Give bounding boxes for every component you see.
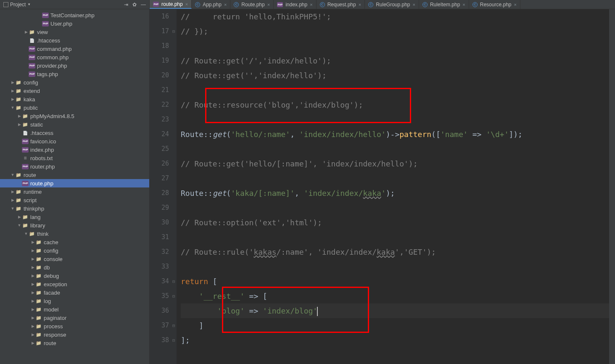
tree-item-cache[interactable]: cache bbox=[0, 238, 149, 246]
code-line[interactable]: // Route::rule('kakas/:name', 'index/ind… bbox=[181, 245, 609, 259]
code-line[interactable]: Route::get('kaka/[:name]', 'index/index/… bbox=[181, 186, 609, 200]
code-line[interactable] bbox=[181, 200, 609, 215]
tree-item-config[interactable]: config bbox=[0, 78, 149, 87]
tree-item-debug[interactable]: debug bbox=[0, 272, 149, 280]
tree-item-library[interactable]: library bbox=[0, 221, 149, 229]
code-line[interactable]: return [ bbox=[181, 274, 609, 289]
tree-item-user-php[interactable]: User.php bbox=[0, 19, 149, 28]
gear-icon[interactable]: ✿ bbox=[132, 2, 137, 8]
code-content[interactable]: // return 'hello,ThinkPHP5!';// });// Ro… bbox=[177, 9, 609, 364]
tree-arrow-icon[interactable] bbox=[30, 257, 35, 261]
tab-route-php[interactable]: Route.php× bbox=[230, 0, 274, 9]
tree-arrow-icon[interactable] bbox=[17, 215, 22, 219]
tab-ruleitem-php[interactable]: RuleItem.php× bbox=[419, 0, 469, 9]
tree-arrow-icon[interactable] bbox=[24, 232, 29, 236]
code-line[interactable] bbox=[181, 39, 609, 53]
code-line[interactable]: '__rest__' => [ bbox=[181, 289, 609, 303]
project-tree[interactable]: TestContainer.phpUser.phpview.htaccessco… bbox=[0, 9, 149, 364]
tree-item-common-php[interactable]: common.php bbox=[0, 53, 149, 61]
tree-item-script[interactable]: script bbox=[0, 196, 149, 204]
code-line[interactable]: // Route::get('','index/hello'); bbox=[181, 68, 609, 83]
tree-arrow-icon[interactable] bbox=[17, 114, 22, 118]
tree-item-console[interactable]: console bbox=[0, 255, 149, 263]
tree-arrow-icon[interactable] bbox=[30, 332, 35, 337]
tree-arrow-icon[interactable] bbox=[30, 240, 35, 244]
tree-item--htaccess[interactable]: .htaccess bbox=[0, 36, 149, 45]
tree-item-route[interactable]: route bbox=[0, 171, 149, 179]
tree-item-db[interactable]: db bbox=[0, 263, 149, 272]
tree-arrow-icon[interactable] bbox=[10, 97, 15, 101]
tree-item-tags-php[interactable]: tags.php bbox=[0, 70, 149, 78]
tree-arrow-icon[interactable] bbox=[30, 290, 35, 295]
tab-request-php[interactable]: Request.php× bbox=[317, 0, 365, 9]
close-icon[interactable]: × bbox=[413, 2, 415, 7]
tree-arrow-icon[interactable] bbox=[10, 173, 15, 177]
tree-arrow-icon[interactable] bbox=[30, 248, 35, 253]
tree-item-provider-php[interactable]: provider.php bbox=[0, 61, 149, 70]
tree-item-runtime[interactable]: runtime bbox=[0, 187, 149, 196]
tree-item-facade[interactable]: facade bbox=[0, 288, 149, 297]
tree-item-response[interactable]: response bbox=[0, 330, 149, 339]
tree-item-extend[interactable]: extend bbox=[0, 87, 149, 95]
code-line[interactable]: Route::get('hello/:name', 'index/index/h… bbox=[181, 127, 609, 142]
tree-item-command-php[interactable]: command.php bbox=[0, 45, 149, 53]
fold-icon[interactable]: ⊟ bbox=[172, 318, 175, 333]
fold-icon[interactable]: ⊟ bbox=[172, 333, 175, 348]
close-icon[interactable]: × bbox=[310, 2, 312, 7]
tree-arrow-icon[interactable] bbox=[30, 341, 35, 345]
tree-item-phpmyadmin4-8-5[interactable]: phpMyAdmin4.8.5 bbox=[0, 112, 149, 120]
close-icon[interactable]: × bbox=[514, 2, 516, 7]
code-line[interactable] bbox=[181, 83, 609, 98]
code-line[interactable]: ]; bbox=[181, 333, 609, 348]
code-line[interactable]: // Route::resource('blog','index/blog'); bbox=[181, 98, 609, 112]
tree-arrow-icon[interactable] bbox=[30, 274, 35, 278]
tab-resource-php[interactable]: Resource.php× bbox=[469, 0, 520, 9]
tab-route-php[interactable]: route.php× bbox=[150, 0, 192, 9]
tree-item-route-php[interactable]: route.php bbox=[0, 179, 149, 187]
close-icon[interactable]: × bbox=[224, 2, 227, 7]
tab-index-php[interactable]: index.php× bbox=[274, 0, 316, 9]
tree-item-favicon-ico[interactable]: favicon.ico bbox=[0, 137, 149, 145]
tree-item-config[interactable]: config bbox=[0, 246, 149, 255]
tab-app-php[interactable]: App.php× bbox=[192, 0, 230, 9]
code-line[interactable] bbox=[181, 142, 609, 156]
tree-arrow-icon[interactable] bbox=[10, 206, 15, 211]
tree-item-think[interactable]: think bbox=[0, 229, 149, 238]
vertical-scrollbar[interactable] bbox=[609, 9, 615, 364]
code-line[interactable]: // Route::get('hello/[:name]', 'index/in… bbox=[181, 156, 609, 171]
tree-item-view[interactable]: view bbox=[0, 28, 149, 36]
code-line[interactable]: // Route::option('ext','html'); bbox=[181, 215, 609, 230]
code-line[interactable]: // Route::get('/','index/hello'); bbox=[181, 53, 609, 68]
tree-item-route[interactable]: route bbox=[0, 339, 149, 347]
tree-item-paginator[interactable]: paginator bbox=[0, 314, 149, 322]
close-icon[interactable]: × bbox=[267, 2, 270, 7]
tree-item-router-php[interactable]: router.php bbox=[0, 162, 149, 171]
tree-arrow-icon[interactable] bbox=[30, 299, 35, 303]
tree-item-log[interactable]: log bbox=[0, 297, 149, 305]
tree-item--htaccess[interactable]: .htaccess bbox=[0, 129, 149, 137]
tree-arrow-icon[interactable] bbox=[10, 80, 15, 84]
hide-icon[interactable]: — bbox=[141, 2, 146, 8]
tree-arrow-icon[interactable] bbox=[10, 89, 15, 93]
code-line[interactable]: // }); bbox=[181, 24, 609, 39]
tree-arrow-icon[interactable] bbox=[10, 190, 15, 194]
project-dropdown[interactable]: Project ▼ bbox=[3, 2, 31, 8]
tree-arrow-icon[interactable] bbox=[30, 324, 35, 328]
tree-arrow-icon[interactable] bbox=[30, 265, 35, 269]
tree-item-robots-txt[interactable]: robots.txt bbox=[0, 154, 149, 162]
tree-item-thinkphp[interactable]: thinkphp bbox=[0, 204, 149, 213]
tab-rulegroup-php[interactable]: RuleGroup.php× bbox=[365, 0, 419, 9]
tree-item-exception[interactable]: exception bbox=[0, 280, 149, 288]
close-icon[interactable]: × bbox=[462, 2, 465, 7]
tree-arrow-icon[interactable] bbox=[17, 122, 22, 127]
tree-arrow-icon[interactable] bbox=[30, 316, 35, 320]
code-line[interactable] bbox=[181, 112, 609, 127]
code-line[interactable]: // return 'hello,ThinkPHP5!'; bbox=[181, 9, 609, 24]
collapse-icon[interactable]: ⇥ bbox=[124, 2, 128, 8]
tree-item-kaka[interactable]: kaka bbox=[0, 95, 149, 103]
code-editor[interactable]: 1617⊟1819202122232425262728293031323334⊟… bbox=[150, 9, 615, 364]
tree-item-static[interactable]: static bbox=[0, 120, 149, 129]
code-line[interactable]: 'blog' => 'index/blog' bbox=[181, 303, 609, 318]
tree-item-lang[interactable]: lang bbox=[0, 213, 149, 221]
tree-item-testcontainer-php[interactable]: TestContainer.php bbox=[0, 11, 149, 19]
